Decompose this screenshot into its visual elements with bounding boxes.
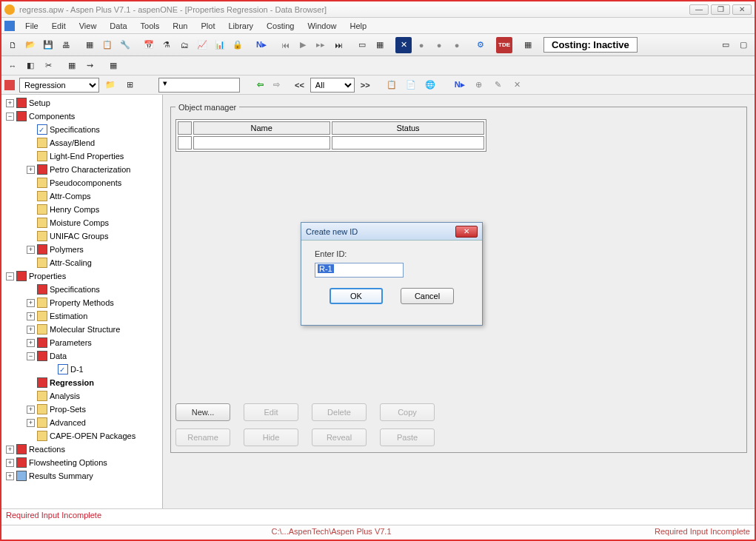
tree-comp-attr[interactable]: Attr-Comps [27,189,162,203]
tree-prop-regression[interactable]: Regression [27,376,162,389]
cancel-icon[interactable]: ✕ [395,37,412,53]
lock-icon[interactable]: 🔒 [230,37,246,53]
menu-tools[interactable]: Tools [135,20,166,32]
id-input[interactable]: R-1 [315,263,404,278]
menu-run[interactable]: Run [167,20,193,32]
calendar-icon[interactable]: 📅 [141,37,157,53]
menu-costing[interactable]: Costing [261,20,300,32]
print-icon[interactable]: 🖶 [58,37,74,53]
table-row[interactable] [178,136,484,149]
close-button[interactable]: ✕ [732,4,752,15]
ok-button[interactable]: OK [330,288,383,304]
tree-flowsheet[interactable]: +Flowsheeting Options [6,456,162,469]
datagrid-icon[interactable]: ▦ [520,37,536,53]
component-icon[interactable]: ⚗ [158,37,175,53]
nav-first-icon[interactable]: << [295,81,304,90]
tree-comp-spec[interactable]: Specifications [27,123,162,136]
menu-file[interactable]: File [19,20,44,32]
minimize-button[interactable]: — [689,4,709,15]
save-icon[interactable]: 💾 [40,37,56,53]
cancel-button[interactable]: Cancel [401,288,454,304]
tools-icon[interactable]: 🔧 [117,37,133,53]
tree-comp-assay[interactable]: Assay/Blend [27,136,162,149]
tree-results[interactable]: +Results Summary [6,469,162,483]
tree-prop-spec[interactable]: Specifications [27,283,162,296]
tree-prop-est[interactable]: +Estimation [27,309,162,323]
tree-comp-petro[interactable]: +Petro Characterization [27,163,162,176]
tree-prop-adv[interactable]: +Advanced [27,416,162,429]
tree-properties[interactable]: −Properties [6,269,162,283]
tree-comp-attrscale[interactable]: Attr-Scaling [27,256,162,269]
block-icon[interactable]: ◧ [22,58,39,74]
tree-comp-henry[interactable]: Henry Comps [27,203,162,216]
grid3-icon[interactable]: ▦ [105,58,121,74]
new-obj-icon[interactable]: ⊕ [471,77,487,93]
menu-window[interactable]: Window [301,20,342,32]
dialog-titlebar[interactable]: Create new ID ✕ [301,223,482,241]
menu-help[interactable]: Help [344,20,373,32]
chart2-icon[interactable]: 📊 [212,37,228,53]
flow-icon[interactable]: ⇝ [81,58,98,74]
col-status[interactable]: Status [332,121,484,135]
rewind-icon[interactable]: ⏮ [277,37,293,53]
window-cascade-icon[interactable]: ▭ [717,37,734,53]
play-icon[interactable]: ▶ [295,37,311,53]
step-icon[interactable]: ▸▸ [312,37,329,53]
sheet2-icon[interactable]: ▭ [354,37,370,53]
new-button[interactable]: New... [175,403,230,421]
folder-up-icon[interactable]: 📁 [102,77,118,93]
tde-icon[interactable]: TDE [496,37,512,53]
tree-prop-data[interactable]: −Data [27,349,162,363]
clip-icon[interactable]: ✂ [40,58,56,74]
tree-comp-light[interactable]: Light-End Properties [27,149,162,163]
tree-prop-analysis[interactable]: Analysis [27,389,162,403]
menu-view[interactable]: View [73,20,103,32]
edit-obj-icon[interactable]: ✎ [490,77,506,93]
filter-combo[interactable]: All [310,78,355,93]
properties-icon[interactable]: ▦ [81,37,98,53]
tree-setup[interactable]: +Setup [6,96,162,110]
tree-prop-param[interactable]: +Parameters [27,336,162,349]
table-icon[interactable]: 🗂 [176,37,193,53]
tree-comp-moist[interactable]: Moisture Comps [27,216,162,229]
globe-icon[interactable]: 🌐 [422,77,438,93]
dialog-close-icon[interactable]: ✕ [455,226,478,238]
grid2-icon[interactable]: ▦ [64,58,80,74]
nav-back-icon[interactable]: ⇦ [253,78,267,92]
open-icon[interactable]: 📂 [22,37,39,53]
object-table[interactable]: Name Status [175,119,486,152]
paste-icon[interactable]: 📄 [403,77,419,93]
tree-prop-mol[interactable]: +Molecular Structure [27,323,162,336]
menu-data[interactable]: Data [104,20,133,32]
skip-end-icon[interactable]: ⏭ [330,37,347,53]
stream-icon[interactable]: ↔ [4,58,21,74]
menu-plot[interactable]: Plot [195,20,221,32]
next-icon[interactable]: N▸ [253,37,270,53]
menu-edit[interactable]: Edit [46,20,72,32]
tree-toggle-icon[interactable]: ⊞ [121,77,138,93]
nav-fwd-icon[interactable]: ⇨ [270,78,283,92]
maximize-button[interactable]: ❐ [711,4,730,15]
tree-comp-poly[interactable]: +Polymers [27,243,162,256]
tree-prop-propsets[interactable]: +Prop-Sets [27,403,162,416]
new-icon[interactable]: 🗋 [4,37,21,53]
tree-prop-d1[interactable]: D-1 [47,363,162,376]
next2-icon[interactable]: N▸ [452,77,468,93]
copy-icon[interactable]: 📋 [384,77,400,93]
path-combo[interactable]: ▾ [158,78,240,93]
nav-last-icon[interactable]: >> [361,81,370,90]
tree-reactions[interactable]: +Reactions [6,443,162,456]
tree-panel[interactable]: +Setup −Components Specifications Assay/… [1,95,163,508]
grid-icon[interactable]: ▦ [372,37,388,53]
tree-prop-methods[interactable]: +Property Methods [27,296,162,309]
menu-library[interactable]: Library [222,20,259,32]
tree-prop-cape[interactable]: CAPE-OPEN Packages [27,429,162,443]
chart-icon[interactable]: 📈 [194,37,210,53]
delete-obj-icon[interactable]: ✕ [509,77,526,93]
window-tile-icon[interactable]: ▢ [735,37,752,53]
col-name[interactable]: Name [193,121,330,135]
gear-icon[interactable]: ⚙ [472,37,489,53]
tree-selector[interactable]: Regression [19,78,99,93]
tree-components[interactable]: −Components [6,110,162,123]
sheet-icon[interactable]: 📋 [99,37,116,53]
